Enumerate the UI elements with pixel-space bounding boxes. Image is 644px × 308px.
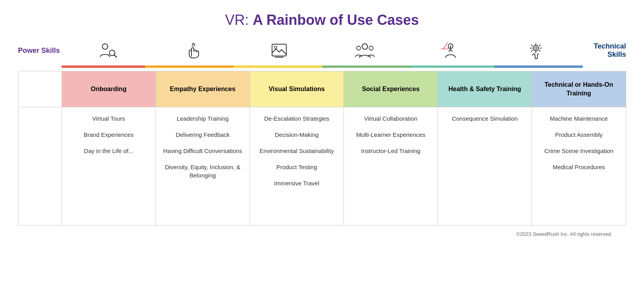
footer: ©2023 SweetRush Inc. All rights reserved… (16, 231, 628, 237)
list-item: Product Assembly (555, 131, 603, 139)
svg-point-0 (102, 44, 108, 49)
empathy-icon (151, 40, 237, 61)
svg-point-9 (369, 46, 373, 50)
col-body-visual: De-Escalation StrategiesDecision-MakingE… (250, 107, 344, 225)
list-item: Instructor-Led Training (361, 147, 421, 155)
col-header-technical: Technical or Hands-On Training (532, 71, 625, 107)
svg-point-5 (274, 46, 277, 49)
col-onboarding: OnboardingVirtual ToursBrand Experiences… (62, 71, 156, 225)
technical-icon (493, 40, 579, 61)
col-body-health: Consequence Simulation (438, 107, 531, 225)
list-item: Immersive Travel (274, 179, 319, 187)
list-item: Diversity, Equity, Inclusion, & Belongin… (161, 163, 244, 179)
list-item: Brand Experiences (84, 131, 134, 139)
page-title: VR: A Rainbow of Use Cases (225, 12, 419, 28)
icons-row (62, 40, 583, 61)
svg-point-13 (535, 47, 537, 49)
svg-rect-4 (272, 44, 286, 56)
onboarding-icon (66, 40, 151, 61)
list-item: Environmental Sustainability (259, 147, 334, 155)
list-item: Decision-Making (275, 131, 319, 139)
power-skills-label: Power Skills (18, 47, 62, 55)
list-item: De-Escalation Strategies (264, 114, 329, 123)
list-item: Consequence Simulation (452, 114, 518, 123)
col-header-empathy: Empathy Experiences (156, 71, 250, 107)
technical-skills-label: Technical Skills (583, 42, 626, 59)
svg-line-2 (114, 55, 116, 57)
list-item: Crime Scene Investigation (544, 147, 613, 155)
col-body-social: Virtual CollaborationMulti-Learner Exper… (344, 107, 437, 225)
col-social: Social ExperiencesVirtual CollaborationM… (344, 71, 438, 225)
health-icon (407, 40, 493, 61)
list-item: Virtual Tours (92, 114, 125, 123)
list-item: Multi-Learner Experiences (356, 131, 425, 139)
col-body-onboarding: Virtual ToursBrand ExperiencesDay in the… (62, 107, 156, 225)
social-icon (322, 40, 408, 61)
svg-point-8 (357, 46, 360, 50)
columns-area: OnboardingVirtual ToursBrand Experiences… (62, 71, 626, 225)
list-item: Delivering Feedback (176, 131, 230, 139)
row-label-col (19, 71, 62, 225)
rainbow-bar (62, 65, 583, 68)
col-body-empathy: Leadership TrainingDelivering FeedbackHa… (156, 107, 250, 225)
list-item: Medical Procedures (553, 163, 605, 171)
col-header-onboarding: Onboarding (62, 71, 156, 107)
svg-point-12 (533, 45, 539, 51)
list-item: Having Difficult Conversations (163, 147, 242, 155)
col-header-social: Social Experiences (344, 71, 437, 107)
col-visual: Visual SimulationsDe-Escalation Strategi… (250, 71, 344, 225)
list-item: Machine Maintenance (550, 114, 608, 123)
col-body-technical: Machine MaintenanceProduct AssemblyCrime… (532, 107, 625, 225)
list-item: Product Testing (276, 163, 317, 171)
list-item: Leadership Training (176, 114, 229, 123)
col-empathy: Empathy ExperiencesLeadership TrainingDe… (156, 71, 250, 225)
visual-icon (237, 40, 322, 61)
col-technical: Technical or Hands-On TrainingMachine Ma… (532, 71, 625, 225)
col-health: Health & Safety TrainingConsequence Simu… (438, 71, 532, 225)
svg-point-7 (362, 44, 368, 49)
main-container: Power Skills (18, 40, 626, 226)
col-header-visual: Visual Simulations (250, 71, 344, 107)
list-item: Day in the Life of... (84, 147, 133, 155)
main-table: OnboardingVirtual ToursBrand Experiences… (18, 71, 626, 226)
list-item: Virtual Collaboration (364, 114, 417, 123)
col-header-health: Health & Safety Training (438, 71, 531, 107)
top-row: Power Skills (18, 40, 626, 61)
